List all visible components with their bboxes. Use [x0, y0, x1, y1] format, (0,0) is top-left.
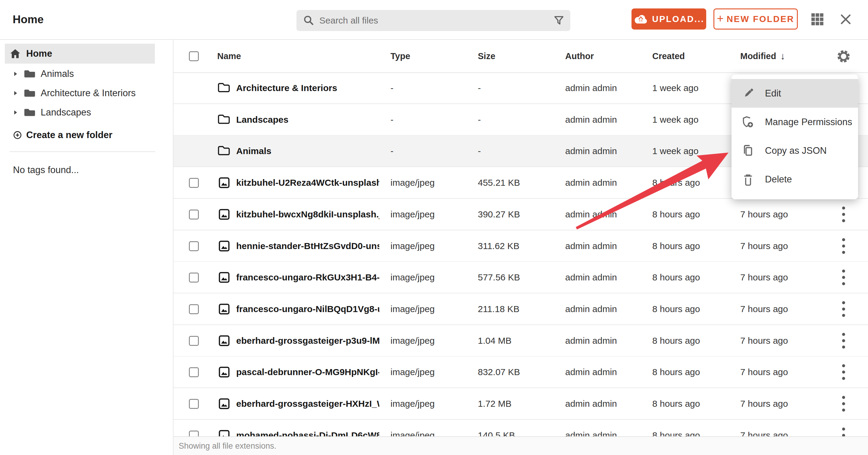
image-file-icon [218, 303, 230, 315]
upload-cloud-icon [633, 13, 648, 25]
folder-icon [217, 145, 230, 156]
row-type: image/jpeg [391, 167, 435, 198]
sidebar-folder-architecture[interactable]: Architecture & Interiors [0, 84, 169, 103]
image-file-icon [218, 272, 230, 283]
row-name: Architecture & Interiors [236, 73, 379, 104]
row-size: - [478, 135, 481, 166]
shield-plus-icon [741, 115, 755, 129]
row-menu-kebab-icon[interactable] [838, 230, 849, 261]
close-icon [839, 13, 852, 26]
row-modified: 7 hours ago [740, 357, 788, 388]
grid-icon [810, 12, 824, 26]
sidebar-folder-animals[interactable]: Animals [0, 64, 169, 84]
row-size: 1.04 MB [478, 325, 512, 356]
table-row[interactable]: kitzbuhel-bwcxNg8dkiI-unsplash.jpg image… [174, 199, 868, 230]
row-checkbox[interactable] [189, 273, 199, 283]
sidebar-item-home[interactable]: Home [5, 44, 155, 64]
sidebar-folder-label: Architecture & Interiors [41, 88, 135, 98]
table-row[interactable]: eberhard-grossgasteiger-p3u9-lMV... imag… [174, 325, 868, 357]
column-header-author[interactable]: Author [565, 40, 594, 73]
row-size: - [478, 104, 481, 135]
image-file-icon [218, 398, 230, 409]
chevron-right-icon[interactable] [13, 90, 18, 96]
row-created: 8 hours ago [652, 293, 700, 324]
red-annotation-arrow [569, 145, 738, 235]
row-checkbox[interactable] [189, 304, 199, 314]
top-bar: Home UPLOAD... + NEW FOLDER [0, 0, 868, 40]
row-checkbox[interactable] [189, 178, 199, 188]
pencil-icon [741, 87, 755, 100]
image-file-icon [218, 335, 230, 346]
table-row[interactable]: pascal-debrunner-O-MG9HpNKgI-... image/j… [174, 357, 868, 388]
row-checkbox[interactable] [189, 241, 199, 251]
row-menu-kebab-icon[interactable] [838, 388, 849, 419]
row-modified: 7 hours ago [740, 388, 788, 419]
row-size: 1.72 MB [478, 388, 512, 419]
close-button[interactable] [839, 12, 852, 26]
table-row[interactable]: francesco-ungaro-RkGUx3H1-B4-u... image/… [174, 262, 868, 293]
select-all-checkbox[interactable] [189, 51, 199, 61]
upload-button[interactable]: UPLOAD... [631, 8, 706, 30]
row-menu-kebab-icon[interactable] [838, 325, 849, 356]
sidebar-folder-landscapes[interactable]: Landscapes [0, 103, 169, 122]
folder-icon [24, 89, 36, 98]
folder-icon [217, 82, 230, 93]
row-size: 311.62 KB [478, 230, 519, 261]
folder-icon [24, 108, 36, 117]
column-header-size[interactable]: Size [478, 40, 495, 73]
column-header-type[interactable]: Type [391, 40, 410, 73]
new-folder-button-label: NEW FOLDER [727, 14, 795, 24]
table-header: Name Type Size Author Created Modified ↓ [174, 40, 868, 73]
chevron-right-icon[interactable] [13, 71, 18, 77]
row-menu-kebab-icon[interactable] [838, 293, 849, 324]
row-type: image/jpeg [391, 388, 435, 419]
row-checkbox[interactable] [189, 367, 199, 377]
row-modified: 7 hours ago [740, 199, 788, 230]
image-file-icon [218, 209, 230, 220]
trash-icon [741, 172, 755, 186]
folder-icon [217, 113, 230, 125]
copy-icon [741, 144, 755, 158]
row-menu-kebab-icon[interactable] [838, 262, 849, 293]
column-header-modified[interactable]: Modified ↓ [740, 40, 785, 73]
row-size: 455.21 KB [478, 167, 520, 198]
row-menu-kebab-icon[interactable] [838, 199, 849, 230]
table-row[interactable]: hennie-stander-BtHtZsGvdD0-uns... image/… [174, 230, 868, 262]
row-name: hennie-stander-BtHtZsGvdD0-uns... [236, 230, 379, 261]
status-text: Showing all file extensions. [179, 442, 276, 451]
image-file-icon [218, 366, 230, 378]
row-name: eberhard-grossgasteiger-p3u9-lMV... [236, 325, 379, 356]
row-checkbox[interactable] [189, 336, 199, 346]
row-name: francesco-ungaro-NilBQqD1Vg8-u... [236, 293, 379, 324]
row-checkbox[interactable] [189, 209, 199, 220]
row-author: admin admin [565, 73, 617, 104]
context-menu-item-manage-permissions[interactable]: Manage Permissions [732, 108, 858, 136]
chevron-right-icon[interactable] [13, 110, 18, 115]
row-name: francesco-ungaro-RkGUx3H1-B4-u... [236, 262, 379, 293]
image-file-icon [218, 240, 230, 252]
create-new-folder-button[interactable]: Create a new folder [13, 129, 113, 141]
row-menu-kebab-icon[interactable] [838, 357, 849, 388]
row-type: image/jpeg [391, 293, 435, 324]
row-size: 211.18 KB [478, 293, 519, 324]
row-name: eberhard-grossgasteiger-HXHzI_W... [236, 388, 379, 419]
search-icon [303, 15, 314, 26]
context-menu: Edit Manage Permissions Copy as JSON [732, 75, 858, 199]
row-name: kitzbuhel-U2Reza4WCtk-unsplash.... [236, 167, 379, 198]
column-header-name[interactable]: Name [217, 40, 241, 73]
row-type: image/jpeg [391, 262, 435, 293]
context-menu-item-delete[interactable]: Delete [732, 165, 858, 194]
column-header-modified-label: Modified [740, 51, 776, 61]
new-folder-button[interactable]: + NEW FOLDER [713, 8, 798, 30]
column-settings-button[interactable] [836, 49, 851, 64]
row-checkbox[interactable] [189, 399, 199, 409]
search-bar[interactable] [297, 10, 570, 31]
grid-view-button[interactable] [810, 12, 824, 26]
search-input[interactable] [319, 16, 554, 26]
filter-icon[interactable] [554, 15, 564, 26]
column-header-created[interactable]: Created [652, 40, 685, 73]
table-row[interactable]: eberhard-grossgasteiger-HXHzI_W... image… [174, 388, 868, 420]
table-row[interactable]: francesco-ungaro-NilBQqD1Vg8-u... image/… [174, 293, 868, 325]
context-menu-item-copy-as-json[interactable]: Copy as JSON [732, 136, 858, 165]
context-menu-item-edit[interactable]: Edit [732, 79, 858, 108]
